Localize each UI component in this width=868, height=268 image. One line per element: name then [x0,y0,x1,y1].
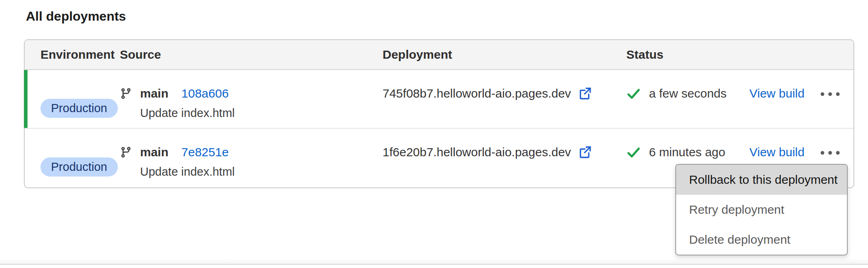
menu-item-retry[interactable]: Retry deployment [676,195,847,225]
git-branch-icon [120,146,132,158]
page-bottom-divider [0,258,868,265]
branch-name: main [140,87,168,100]
environment-cell: Production [40,129,120,187]
column-header-environment: Environment [40,48,120,62]
commit-message: Update index.html [140,164,383,180]
view-build-link[interactable]: View build [749,87,804,100]
source-cell: main 108a606 Update index.html [120,70,383,128]
ellipsis-icon[interactable] [819,145,841,161]
deployment-context-menu: Rollback to this deployment Retry deploy… [675,164,848,255]
column-header-status: Status [626,48,749,62]
deployment-url: 745f08b7.helloworld-aio.pages.dev [383,87,571,100]
commit-link[interactable]: 7e8251e [181,145,229,159]
actions-cell: View build [749,70,853,128]
commit-message: Update index.html [140,105,383,121]
external-link-icon[interactable] [578,145,592,159]
source-cell: main 7e8251e Update index.html [120,129,383,187]
deployment-cell: 1f6e20b7.helloworld-aio.pages.dev [383,129,626,187]
status-cell: a few seconds [626,70,749,128]
column-header-source: Source [120,48,383,62]
menu-item-delete[interactable]: Delete deployment [676,225,847,255]
environment-cell: Production [40,70,120,128]
table-header-row: Environment Source Deployment Status [25,40,853,70]
ellipsis-icon[interactable] [819,86,841,102]
deployment-cell: 745f08b7.helloworld-aio.pages.dev [383,70,626,128]
branch-name: main [140,145,168,159]
git-branch-icon [120,87,132,100]
page-title: All deployments [26,9,126,24]
status-text: a few seconds [649,87,727,100]
environment-badge: Production [40,99,118,118]
deployment-row: Production main 108a606 Update index.htm… [25,70,853,129]
menu-item-rollback[interactable]: Rollback to this deployment [676,165,847,195]
view-build-link[interactable]: View build [749,145,804,159]
status-text: 6 minutes ago [649,145,725,159]
check-icon [626,145,641,160]
environment-badge: Production [40,157,118,177]
column-header-deployment: Deployment [383,48,626,62]
deployment-url: 1f6e20b7.helloworld-aio.pages.dev [383,145,571,159]
commit-link[interactable]: 108a606 [181,87,229,100]
external-link-icon[interactable] [578,87,592,100]
check-icon [626,86,641,101]
